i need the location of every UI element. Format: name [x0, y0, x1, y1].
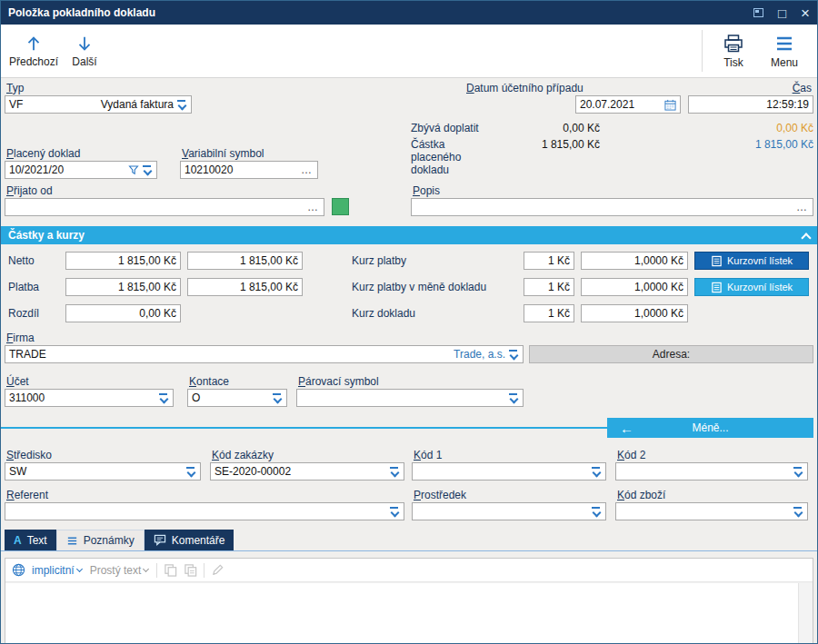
section-divider-line — [1, 427, 607, 429]
kurz-platby-field-1[interactable]: 1 Kč — [524, 252, 574, 270]
ellipsis-button[interactable] — [299, 163, 314, 176]
popis-field[interactable] — [411, 198, 813, 216]
tab-poznamky-label: Poznámky — [84, 534, 135, 547]
collapse-chevron-icon[interactable] — [802, 232, 810, 240]
placeny-doklad-field[interactable]: 10/2021/20 — [5, 161, 157, 179]
print-button[interactable]: Tisk — [708, 26, 759, 75]
comment-bubble-icon — [154, 534, 166, 546]
kurz-platby-mena-value-2: 1,0000 Kč — [634, 281, 683, 293]
kod-zakazky-label: Kód zakázky — [212, 449, 403, 461]
maximize-button[interactable] — [778, 6, 786, 20]
datum-field[interactable]: 20.07.2021 — [575, 95, 681, 114]
menu-button[interactable]: Menu — [759, 26, 810, 75]
rozdil-field-1[interactable]: 0,00 Kč — [65, 304, 181, 322]
platba-field-2[interactable]: 1 815,00 Kč — [187, 278, 303, 296]
kurz-platby-field-2[interactable]: 1,0000 Kč — [581, 252, 688, 270]
typ-code: VF — [9, 98, 23, 111]
rate-list-icon — [711, 282, 723, 293]
variabilni-symbol-value: 10210020 — [185, 163, 233, 176]
vertical-scrollbar[interactable] — [798, 583, 813, 644]
kod-zakazky-value: SE-2020-00002 — [214, 465, 291, 478]
typ-field[interactable]: VF Vydaná faktura — [5, 95, 192, 114]
editor-text-area[interactable] — [5, 582, 813, 644]
kurz-platby-mena-field-1[interactable]: 1 Kč — [524, 278, 574, 296]
previous-label: Předchozí — [9, 55, 58, 68]
kurz-platby-mena-field-2[interactable]: 1,0000 Kč — [581, 278, 688, 296]
netto-value-2: 1 815,00 Kč — [240, 254, 298, 267]
notes-lines-icon — [66, 535, 78, 547]
variabilni-symbol-field[interactable]: 10210020 — [180, 161, 318, 179]
bottom-tabstrip: Text Poznámky Komentáře — [1, 530, 817, 551]
arrow-down-icon — [75, 34, 95, 54]
hamburger-menu-icon — [773, 33, 795, 54]
firma-field[interactable]: TRADE Trade, a.s. — [5, 345, 524, 363]
kurzovni-listek-button-1[interactable]: Kurzovní lístek — [694, 252, 809, 270]
ucet-field[interactable]: 311000 — [5, 389, 174, 407]
mene-label: Méně... — [692, 421, 728, 434]
paste-icon[interactable] — [184, 563, 197, 577]
prijato-od-field[interactable] — [5, 198, 324, 216]
kurz-dokladu-field-1[interactable]: 1 Kč — [524, 304, 574, 322]
kurzovni-listek-label: Kurzovní lístek — [727, 282, 793, 292]
titlebar: Položka pokladního dokladu — [1, 1, 817, 25]
popis-label: Popis — [413, 184, 812, 197]
parovaci-symbol-field[interactable] — [296, 389, 524, 407]
cas-field[interactable]: 12:59:19 — [688, 95, 813, 114]
ellipsis-button[interactable] — [305, 201, 320, 213]
firma-label: Firma — [6, 332, 522, 344]
mene-button[interactable]: Méně... — [607, 418, 813, 438]
partner-green-button[interactable] — [332, 198, 349, 215]
language-dropdown[interactable]: implicitní — [32, 564, 84, 577]
tab-text[interactable]: Text — [5, 530, 56, 550]
window-title: Položka pokladního dokladu — [8, 6, 155, 19]
platba-field-1[interactable]: 1 815,00 Kč — [65, 278, 181, 296]
print-label: Tisk — [723, 56, 743, 69]
cas-label: Čas — [690, 82, 812, 94]
dock-window-button[interactable] — [753, 8, 763, 17]
editor-content[interactable] — [5, 583, 798, 644]
firma-row: Firma TRADE Trade, a.s. Adresa: — [1, 332, 817, 363]
amounts-grid: Netto 1 815,00 Kč 1 815,00 Kč Kurz platb… — [1, 244, 817, 328]
kurz-platby-mena-label: Kurz platby v měně dokladu — [352, 281, 524, 293]
ellipsis-button[interactable] — [794, 201, 809, 213]
kod-zbozi-field[interactable] — [615, 502, 808, 520]
kod2-label: Kód 2 — [617, 449, 806, 461]
previous-button[interactable]: Předchozí — [8, 26, 59, 75]
netto-field-1[interactable]: 1 815,00 Kč — [65, 252, 181, 270]
amount-paid-row: Částka placeného dokladu 1 815,00 Kč 1 8… — [411, 138, 813, 176]
kurz-dokladu-field-2[interactable]: 1,0000 Kč — [581, 304, 688, 322]
next-button[interactable]: Další — [59, 26, 110, 75]
edit-pencil-icon[interactable] — [211, 563, 224, 577]
arrow-left-icon — [620, 421, 633, 436]
netto-field-2[interactable]: 1 815,00 Kč — [187, 252, 303, 270]
close-button[interactable] — [801, 5, 810, 21]
kod1-field[interactable] — [412, 462, 606, 481]
arrow-up-icon — [24, 34, 44, 54]
prostredek-field[interactable] — [412, 502, 606, 520]
kod2-field[interactable] — [615, 462, 808, 481]
chevron-down-icon — [508, 392, 519, 403]
kurzovni-listek-button-2[interactable]: Kurzovní lístek — [694, 278, 809, 296]
castka-placeneho-value1: 1 815,00 Kč — [491, 138, 600, 151]
toolbar-separator — [702, 30, 703, 72]
platba-row: Platba 1 815,00 Kč 1 815,00 Kč Kurz plat… — [5, 278, 813, 296]
kontace-field[interactable]: O — [187, 389, 287, 407]
stredisko-field[interactable]: SW — [5, 462, 201, 481]
kurzovni-listek-label: Kurzovní lístek — [727, 255, 793, 266]
amounts-section-header[interactable]: Částky a kurzy — [1, 226, 817, 244]
referent-field[interactable] — [5, 502, 404, 520]
tab-poznamky[interactable]: Poznámky — [56, 530, 145, 550]
chevron-down-icon — [591, 466, 602, 477]
adresa-button[interactable]: Adresa: — [529, 345, 813, 363]
chevron-down-icon — [144, 567, 150, 573]
kod-zakazky-field[interactable]: SE-2020-00002 — [210, 462, 404, 481]
chevron-down-icon — [508, 349, 519, 360]
format-dropdown[interactable]: Prostý text — [90, 564, 151, 577]
tab-komentare[interactable]: Komentáře — [145, 530, 234, 550]
adresa-label: Adresa: — [653, 348, 690, 361]
remaining-row: Zbývá doplatit 0,00 Kč 0,00 Kč — [411, 122, 813, 134]
copy-icon[interactable] — [164, 563, 177, 577]
datum-label: Datum účetního případu — [466, 82, 679, 94]
referent-label: Referent — [6, 489, 403, 501]
calendar-icon — [664, 99, 676, 111]
